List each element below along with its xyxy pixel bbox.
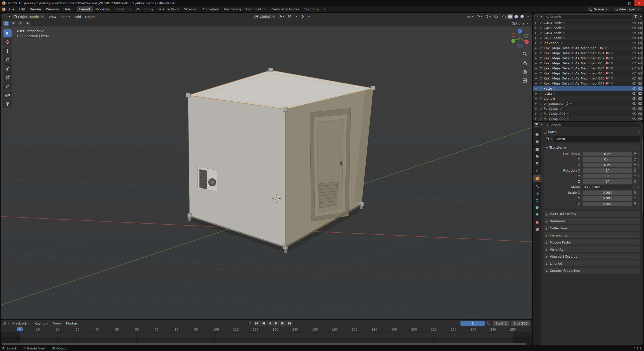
properties-tab[interactable] <box>533 167 541 175</box>
disclosure-triangle-icon[interactable] <box>535 87 538 90</box>
outliner-item-label[interactable]: Kaki_Meja_Default_As_Machined_ <box>544 46 598 50</box>
properties-search[interactable] <box>544 123 641 127</box>
outliner-item[interactable]: lattia 2 <box>533 91 643 96</box>
viewport-menu-item[interactable]: Object <box>83 14 98 19</box>
viewport-menu-item[interactable]: View <box>47 14 58 19</box>
select-mode-intersect-button[interactable] <box>24 21 31 26</box>
filter-icon[interactable] <box>634 15 637 18</box>
outliner-scrollbar[interactable] <box>642 21 643 74</box>
topbar-menu-item[interactable]: Window <box>44 7 61 12</box>
properties-tab[interactable] <box>533 131 541 138</box>
outliner-item[interactable]: Part1.stp.002 2 <box>533 116 643 121</box>
hide-in-viewport-toggle[interactable] <box>632 62 636 64</box>
outliner-search[interactable] <box>544 14 633 19</box>
outliner-item[interactable]: Kaki_Meja_Default_As_Machined_002 2 <box>533 56 643 61</box>
disable-in-renders-toggle[interactable] <box>638 47 642 49</box>
timeline-menu-item[interactable]: Keying <box>33 321 50 326</box>
tool-select-box-button[interactable] <box>3 29 12 37</box>
outliner-item[interactable]: Kaki_Meja_Default_As_Machined_005 2 <box>533 71 643 76</box>
animate-dot-icon[interactable] <box>638 164 639 166</box>
tool-scale-button[interactable] <box>3 64 12 73</box>
collapsed-section-header[interactable]: Line Art <box>544 260 640 266</box>
topbar-menu-item[interactable]: Render <box>27 7 44 12</box>
outliner-item-label[interactable]: Kaki_Meja_Default_As_Machined_003 <box>544 61 604 65</box>
viewport-menu-item[interactable]: Select <box>58 14 73 19</box>
disclosure-triangle-icon[interactable] <box>535 22 538 24</box>
properties-tab[interactable] <box>533 182 541 189</box>
workspace-tab[interactable]: Layout <box>77 6 93 12</box>
current-frame-field[interactable]: 1 <box>460 321 485 326</box>
topbar-menu-item[interactable]: Help <box>61 7 73 12</box>
timeline-scrollbar[interactable] <box>2 343 526 345</box>
start-frame-field[interactable]: Start 1 <box>493 321 509 326</box>
number-field[interactable]: 0.001 <box>583 202 632 206</box>
viewport-scene[interactable] <box>1 26 532 319</box>
disclosure-triangle-icon[interactable] <box>535 32 538 34</box>
scene-selector[interactable]: Scene <box>587 7 610 12</box>
disable-in-renders-toggle[interactable] <box>638 102 642 105</box>
orientation-dropdown[interactable]: Global <box>253 14 276 19</box>
workspace-tab[interactable]: Scripting <box>302 6 321 12</box>
toggle-perspective-button[interactable] <box>521 77 528 84</box>
jump-to-end-button[interactable] <box>286 321 292 326</box>
shading-solid-button[interactable] <box>507 14 513 19</box>
workspace-tab[interactable]: UV Editing <box>133 6 155 12</box>
disable-in-renders-toggle[interactable] <box>638 67 642 69</box>
filter-caret-icon[interactable] <box>640 16 641 17</box>
hide-in-viewport-toggle[interactable] <box>632 87 636 90</box>
outliner-item[interactable]: G489-node 2 <box>533 25 643 30</box>
outliner-item[interactable]: oil_separator_9 2 <box>533 101 643 106</box>
xray-toggle[interactable] <box>493 15 499 19</box>
pin-icon[interactable] <box>637 130 641 134</box>
workspace-tab[interactable]: Shading <box>182 6 200 12</box>
auto-keying-toggle[interactable] <box>247 321 253 326</box>
select-mode-subtract-button[interactable] <box>17 21 23 26</box>
hide-in-viewport-toggle[interactable] <box>632 32 636 34</box>
outliner-item-label[interactable]: Part1.stp.001 <box>544 112 566 116</box>
outliner-item[interactable]: Part1.stp.001 2 <box>533 111 643 116</box>
outliner-item-label[interactable]: Kaki_Meja_Default_As_Machined_007 <box>544 82 604 85</box>
play-button[interactable] <box>273 321 279 326</box>
number-field[interactable]: 0 m <box>583 163 632 167</box>
outliner-editor-type-icon[interactable] <box>535 15 538 18</box>
hide-in-viewport-toggle[interactable] <box>632 42 636 44</box>
viewport-menu-item[interactable]: Add <box>73 14 83 19</box>
lock-icon[interactable] <box>634 198 636 199</box>
disclosure-triangle-icon[interactable] <box>535 47 538 49</box>
hide-in-viewport-toggle[interactable] <box>632 77 636 79</box>
outliner-item[interactable]: jaakaappi 2 <box>533 40 643 45</box>
collapsed-section-header[interactable]: Collections <box>544 225 640 231</box>
hide-in-viewport-toggle[interactable] <box>632 97 636 100</box>
properties-tab[interactable] <box>533 160 541 167</box>
animate-dot-icon[interactable] <box>638 159 639 160</box>
object-id-dropdown[interactable] <box>544 137 554 141</box>
topbar-menu-item[interactable]: Edit <box>17 7 27 12</box>
collapsed-section-header[interactable]: Instancing <box>544 232 640 238</box>
shading-material-button[interactable] <box>513 14 519 19</box>
editor-type-icon[interactable] <box>3 15 6 18</box>
collapsed-section-header[interactable]: Delta Transform <box>544 211 640 217</box>
collapsed-section-header[interactable]: Custom Properties <box>544 267 640 274</box>
disclosure-triangle-icon[interactable] <box>535 92 538 95</box>
close-button[interactable]: × <box>634 0 644 6</box>
workspace-tab[interactable]: Modeling <box>93 6 113 12</box>
number-field[interactable]: 0.001 <box>583 191 632 195</box>
lock-icon[interactable] <box>634 181 636 183</box>
disable-in-renders-toggle[interactable] <box>638 62 642 64</box>
properties-tab[interactable] <box>533 219 541 226</box>
disable-in-renders-toggle[interactable] <box>638 97 642 100</box>
shading-rendered-button[interactable] <box>519 14 525 19</box>
jump-to-prev-keyframe-button[interactable] <box>260 321 266 326</box>
disable-in-renders-toggle[interactable] <box>638 72 642 74</box>
outliner-item-label[interactable]: G626-node <box>544 36 562 40</box>
disclosure-triangle-icon[interactable] <box>535 113 538 115</box>
end-frame-field[interactable]: End 250 <box>511 321 530 326</box>
outliner-item[interactable]: katto 2 <box>533 86 643 91</box>
animate-dot-icon[interactable] <box>638 170 639 171</box>
timeline-editor-type-caret-icon[interactable] <box>8 323 9 324</box>
outliner-item-label[interactable]: G484-node <box>544 21 562 25</box>
disclosure-triangle-icon[interactable] <box>535 107 538 110</box>
tool-measure-button[interactable] <box>3 91 12 99</box>
animate-dot-icon[interactable] <box>638 198 639 199</box>
gizmo-z-negative[interactable] <box>518 44 522 47</box>
